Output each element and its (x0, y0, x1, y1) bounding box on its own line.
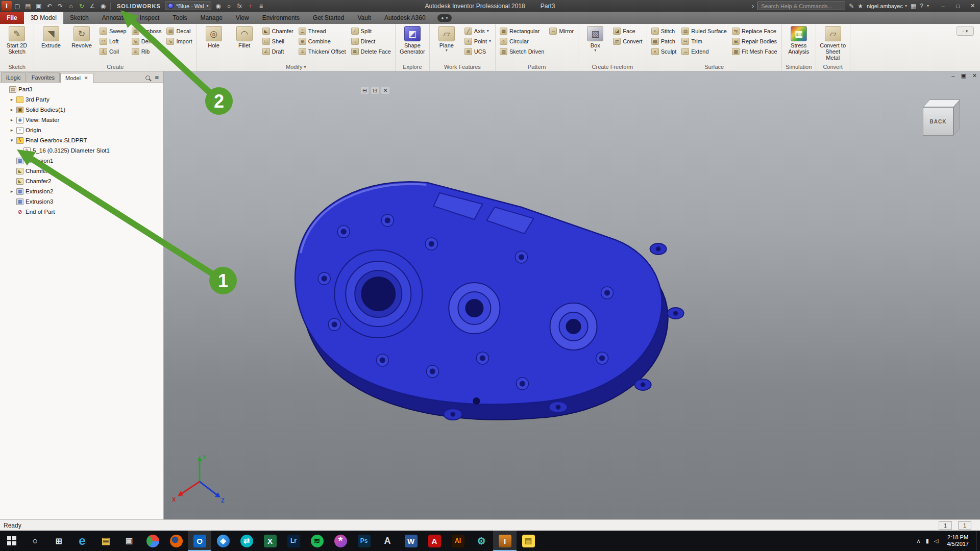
group-label-modify[interactable]: Modify▾ (199, 63, 393, 71)
button-replace-face[interactable]: ⇆Replace Face (730, 26, 779, 36)
adjust-appearance-button[interactable]: ○ (224, 1, 234, 11)
browser-tab-ilogic[interactable]: iLogic (1, 72, 26, 82)
battery-icon[interactable]: ▮ (924, 538, 930, 544)
button-derive[interactable]: ⇘Derive (130, 36, 164, 46)
autodesk-icon[interactable]: A (376, 531, 399, 551)
button-circular[interactable]: ○Circular (498, 36, 546, 46)
ribbon-options-button[interactable]: ◦ ▾ (957, 27, 974, 36)
pen-icon[interactable]: ✎ (849, 3, 854, 10)
button-extrude[interactable]: ◥Extrude (36, 25, 66, 48)
tree-item-extrusion3[interactable]: ▦Extrusion3 (0, 196, 163, 207)
open-button[interactable]: ▤ (23, 1, 33, 11)
button-sweep[interactable]: ~Sweep (97, 26, 129, 36)
close-button[interactable]: ✕ (965, 0, 980, 12)
button-start-2d-sketch[interactable]: ✎Start 2D Sketch (2, 25, 32, 55)
volume-icon[interactable]: ◁ (933, 538, 940, 544)
measure-button[interactable]: ∠ (87, 1, 97, 11)
edge-icon[interactable]: e (70, 531, 94, 551)
button-plane[interactable]: ▱Plane▾ (432, 25, 461, 53)
search-icon[interactable] (145, 76, 150, 80)
file-explorer-icon[interactable]: ▤ (94, 531, 117, 551)
expand-icon[interactable]: ▸ (9, 97, 14, 102)
a360-sync-status[interactable]: ● ▾ (437, 14, 452, 22)
tab-sketch[interactable]: Sketch (63, 12, 95, 24)
outlook-icon[interactable]: O (188, 531, 211, 551)
gearbox-model[interactable] (295, 182, 683, 420)
tab-environments[interactable]: Environments (256, 12, 306, 24)
viewcube-right-face[interactable] (953, 100, 960, 136)
help-icon[interactable]: ? (920, 3, 923, 10)
button-loft[interactable]: ◠Loft (97, 36, 129, 46)
tree-item-solid-bodies-1[interactable]: ▸▣Solid Bodies(1) (0, 105, 163, 115)
sticky-notes-icon[interactable]: ▤ (517, 531, 540, 551)
tab-get-started[interactable]: Get Started (306, 12, 351, 24)
firefox-icon[interactable] (164, 531, 188, 551)
button-direct[interactable]: →Direct (349, 36, 393, 46)
button-face[interactable]: ◪Face (611, 26, 645, 36)
button-point[interactable]: +Point▾ (462, 36, 493, 46)
tree-item-view-master[interactable]: ▸◉View: Master (0, 115, 163, 125)
tree-item-chamfer1[interactable]: ◣Chamfer1 (0, 166, 163, 176)
doc-minimize-icon[interactable]: – (951, 72, 954, 79)
button-sculpt[interactable]: ◗Sculpt (649, 46, 679, 56)
button-thread[interactable]: ΞThread (297, 26, 348, 36)
button-import[interactable]: ↘Import (164, 36, 194, 46)
solidworks-icon[interactable]: ⚙ (470, 531, 493, 551)
button-draft[interactable]: ∠Draft (260, 46, 296, 56)
button-combine[interactable]: ⊕Combine (297, 36, 348, 46)
chrome-icon[interactable] (141, 531, 164, 551)
tree-item-end-of-part[interactable]: ⊘End of Part (0, 207, 163, 217)
menu-icon[interactable]: ≡ (155, 75, 159, 80)
doc-restore-icon[interactable]: ⊡ (371, 87, 379, 94)
viewport[interactable]: –▣✕ ⊟⊡✕ (164, 71, 980, 519)
button-revolve[interactable]: ↻Revolve (67, 25, 96, 48)
microsoft-store-icon[interactable]: ▣ (117, 531, 141, 551)
button-thicken-offset[interactable]: ≡Thicken/ Offset (297, 46, 348, 56)
close-icon[interactable]: ✕ (84, 76, 88, 81)
tab-view[interactable]: View (229, 12, 256, 24)
excel-icon[interactable]: X (258, 531, 282, 551)
doc-minimize-icon[interactable]: ⊟ (361, 87, 369, 94)
inventor-app[interactable]: I (2, 1, 12, 11)
button-shape-generator[interactable]: ◩Shape Generator (398, 25, 427, 55)
button-sketch-driven[interactable]: ▨Sketch Driven (498, 46, 546, 56)
button-decal[interactable]: ▧Decal (164, 26, 194, 36)
button-fit-mesh-face[interactable]: ▦Fit Mesh Face (730, 46, 779, 56)
button-hole[interactable]: ◎Hole (199, 25, 229, 48)
collapse-search-icon[interactable]: › (752, 3, 754, 10)
button-trim[interactable]: ✂Trim (679, 36, 729, 46)
lightroom-icon[interactable]: Lr (282, 531, 305, 551)
expand-icon[interactable]: ▸ (9, 117, 14, 122)
home-button[interactable]: ⌂ (66, 1, 76, 11)
tree-item-3rd-party[interactable]: ▸3rd Party (0, 94, 163, 105)
chevron-up-icon[interactable]: ∧ (915, 538, 922, 544)
taskbar-clock[interactable]: 2:18 PM 4/5/2017 (943, 534, 973, 547)
button-rib[interactable]: ≡Rib (130, 46, 164, 56)
inventor-icon[interactable]: I (493, 531, 517, 551)
tab-vault[interactable]: Vault (351, 12, 377, 24)
button-extend[interactable]: →Extend (679, 46, 729, 56)
button-rectangular[interactable]: ▦Rectangular (498, 26, 546, 36)
safari-icon[interactable]: ◈ (211, 531, 235, 551)
undo-button[interactable]: ↶ (44, 1, 55, 11)
collapse-icon[interactable]: ▾ (9, 138, 14, 143)
button-mirror[interactable]: ⇔Mirror (547, 26, 576, 36)
acrobat-icon[interactable]: A (423, 531, 446, 551)
doc-close-icon[interactable]: ✕ (381, 87, 389, 94)
tree-item-origin[interactable]: ▸+Origin (0, 125, 163, 135)
tree-item-chamfer2[interactable]: ◣Chamfer2 (0, 176, 163, 186)
button-stitch[interactable]: ≈Stitch (649, 26, 679, 36)
button-box[interactable]: ▧Box▾ (580, 25, 610, 53)
tab-manage[interactable]: Manage (193, 12, 229, 24)
redo-button[interactable]: ↷ (55, 1, 65, 11)
minimize-button[interactable]: – (936, 0, 950, 12)
task-view-icon[interactable]: ⊞ (47, 531, 70, 551)
appearance-list-button[interactable]: ≡ (256, 1, 266, 11)
browser-tab-favorites[interactable]: Favorites (27, 72, 60, 82)
button-repair-bodies[interactable]: ⊞Repair Bodies (730, 36, 779, 46)
button-coil[interactable]: ξCoil (97, 46, 129, 56)
button-chamfer[interactable]: ◣Chamfer (260, 26, 296, 36)
viewcube-front-face[interactable]: BACK (923, 107, 953, 136)
spotify-icon[interactable]: ≋ (305, 531, 329, 551)
button-ucs[interactable]: ⊞UCS (462, 46, 493, 56)
